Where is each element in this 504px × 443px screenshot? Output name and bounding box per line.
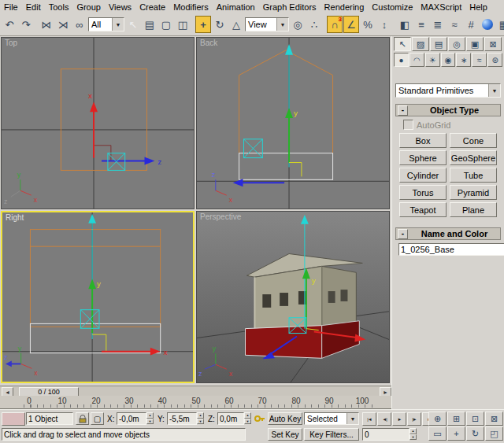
viewport-label[interactable]: Perspective bbox=[200, 212, 241, 221]
set-key-button[interactable]: Set Key bbox=[268, 428, 302, 441]
zoom-icon[interactable]: ⊕ bbox=[428, 412, 447, 426]
category-cameras-icon[interactable]: ◉ bbox=[441, 53, 456, 67]
dropdown-arrow-icon[interactable]: ▼ bbox=[346, 413, 358, 424]
collapse-icon[interactable]: - bbox=[398, 229, 408, 239]
geosphere-button[interactable]: GeoSphere bbox=[450, 150, 497, 165]
track-bar[interactable]: 0 10 20 30 40 50 60 70 80 90 100 bbox=[0, 396, 391, 409]
menu-modifiers[interactable]: Modifiers bbox=[169, 2, 213, 13]
viewport-label[interactable]: Top bbox=[5, 39, 17, 47]
undo-icon[interactable]: ↶ bbox=[2, 16, 17, 33]
dropdown-arrow-icon[interactable]: ▼ bbox=[276, 18, 288, 31]
select-and-scale-icon[interactable]: △ bbox=[228, 16, 244, 33]
viewport-right-canvas[interactable]: y x z y x bbox=[2, 212, 193, 382]
tab-motion[interactable]: ◎ bbox=[448, 37, 465, 51]
next-frame-button[interactable]: |► bbox=[407, 412, 421, 426]
viewport-back[interactable]: y z x Back bbox=[196, 37, 390, 209]
angle-snap-toggle-icon[interactable]: ∠ bbox=[343, 16, 359, 33]
x-coord-input[interactable] bbox=[119, 415, 144, 423]
reference-coordsys-dropdown[interactable]: View ▼ bbox=[245, 17, 289, 31]
tab-utilities[interactable]: ⊠ bbox=[484, 37, 502, 51]
primitive-category-dropdown[interactable]: Standard Primitives ▼ bbox=[395, 83, 501, 98]
menu-group[interactable]: Group bbox=[72, 2, 105, 13]
menu-create[interactable]: Create bbox=[135, 2, 169, 13]
house-wireframe[interactable] bbox=[239, 50, 333, 153]
menu-help[interactable]: Help bbox=[465, 2, 491, 13]
set-key-mode-button[interactable] bbox=[254, 412, 266, 425]
unlink-selection-icon[interactable]: ⋊ bbox=[55, 16, 71, 33]
play-button[interactable]: ► bbox=[392, 412, 406, 426]
select-object-icon[interactable]: ↖ bbox=[125, 16, 141, 33]
pan-icon[interactable]: + bbox=[447, 426, 465, 441]
select-and-link-icon[interactable]: ⋈ bbox=[39, 16, 54, 33]
key-filters-button[interactable]: Key Filters... bbox=[304, 428, 359, 441]
cone-button[interactable]: Cone bbox=[450, 133, 497, 148]
tab-modify[interactable]: ▨ bbox=[412, 37, 429, 51]
object-wireframe[interactable] bbox=[61, 69, 146, 171]
previous-frame-button[interactable]: ◄| bbox=[377, 412, 391, 426]
collapse-icon[interactable]: - bbox=[398, 105, 408, 116]
layer-manager-icon[interactable]: ≣ bbox=[430, 16, 446, 33]
base-wireframe-selected[interactable] bbox=[239, 153, 333, 180]
category-systems-icon[interactable]: ⊛ bbox=[487, 53, 502, 67]
cylinder-button[interactable]: Cylinder bbox=[399, 168, 447, 183]
time-slider-track[interactable]: ◄ 0 / 100 ► bbox=[0, 386, 391, 396]
autogrid-checkbox[interactable] bbox=[403, 120, 413, 130]
viewport-right-active[interactable]: y x z y x bbox=[1, 211, 195, 383]
move-gizmo[interactable]: y bbox=[233, 44, 302, 186]
tab-display[interactable]: ▣ bbox=[466, 37, 484, 51]
zoom-all-icon[interactable]: ⊞ bbox=[447, 412, 465, 426]
mirror-icon[interactable]: ◧ bbox=[397, 16, 413, 33]
viewport-label[interactable]: Back bbox=[200, 39, 217, 47]
current-frame-field[interactable] bbox=[362, 428, 410, 441]
menu-rendering[interactable]: Rendering bbox=[321, 2, 369, 13]
min-max-toggle-icon[interactable]: ◰ bbox=[485, 426, 503, 441]
render-setup-icon[interactable]: ▦ bbox=[496, 16, 504, 33]
house-wireframe[interactable] bbox=[30, 230, 160, 327]
percent-snap-toggle-icon[interactable]: % bbox=[360, 16, 376, 33]
object-type-rollout-header[interactable]: - Object Type bbox=[395, 104, 501, 116]
category-helpers-icon[interactable]: ∗ bbox=[456, 53, 471, 67]
schematic-view-icon[interactable]: # bbox=[463, 16, 479, 33]
select-by-name-icon[interactable]: ▤ bbox=[142, 16, 158, 33]
z-coord-input[interactable] bbox=[220, 415, 242, 423]
mini-curve-editor-button[interactable] bbox=[2, 412, 25, 426]
zoom-extents-icon[interactable]: ⊡ bbox=[466, 412, 484, 426]
pyramid-button[interactable]: Pyramid bbox=[450, 185, 497, 200]
key-filter-scope-dropdown[interactable]: Selected ▼ bbox=[304, 412, 359, 425]
go-to-start-button[interactable]: |◄ bbox=[362, 412, 376, 426]
viewport-perspective[interactable]: y y z x bbox=[196, 211, 390, 383]
menu-animation[interactable]: Animation bbox=[213, 2, 259, 13]
dropdown-arrow-icon[interactable]: ▼ bbox=[488, 84, 500, 97]
x-spinner[interactable]: ▲▼ bbox=[146, 412, 154, 424]
viewport-label[interactable]: Right bbox=[6, 213, 24, 222]
menu-customize[interactable]: Customize bbox=[368, 2, 417, 13]
viewport-perspective-canvas[interactable]: y y z x bbox=[197, 212, 389, 382]
selection-filter-dropdown[interactable]: All ▼ bbox=[88, 17, 124, 31]
bind-to-spacewarp-icon[interactable]: ∞ bbox=[72, 16, 87, 33]
material-editor-icon[interactable] bbox=[480, 16, 495, 33]
viewport-top[interactable]: x z y z x Top bbox=[1, 37, 195, 209]
spinner-snap-toggle-icon[interactable]: ↕ bbox=[376, 16, 392, 33]
curve-editor-icon[interactable]: ≈ bbox=[447, 16, 462, 33]
align-icon[interactable]: ≡ bbox=[413, 16, 429, 33]
menu-graph-editors[interactable]: Graph Editors bbox=[259, 2, 321, 13]
zoom-region-icon[interactable]: ▭ bbox=[428, 426, 447, 441]
menu-views[interactable]: Views bbox=[105, 2, 135, 13]
tab-hierarchy[interactable]: ▤ bbox=[430, 37, 447, 51]
tube-button[interactable]: Tube bbox=[450, 168, 497, 183]
current-frame-input[interactable] bbox=[365, 430, 407, 439]
y-spinner[interactable]: ▲▼ bbox=[197, 412, 204, 424]
viewport-top-canvas[interactable]: x z y z x bbox=[2, 38, 194, 209]
z-spinner[interactable]: ▲▼ bbox=[244, 412, 251, 424]
selection-lock-toggle[interactable] bbox=[76, 412, 89, 425]
z-coord-field[interactable] bbox=[217, 412, 244, 425]
menu-maxscript[interactable]: MAXScript bbox=[417, 2, 465, 13]
use-pivot-point-icon[interactable]: ◎ bbox=[290, 16, 306, 33]
category-lights-icon[interactable]: ☀ bbox=[425, 53, 440, 67]
y-coord-input[interactable] bbox=[169, 415, 195, 423]
select-and-manipulate-icon[interactable]: ∴ bbox=[306, 16, 322, 33]
category-geometry-icon[interactable]: ● bbox=[394, 53, 409, 67]
box-button[interactable]: Box bbox=[399, 133, 447, 148]
move-gizmo[interactable]: y x bbox=[88, 214, 167, 356]
name-and-color-rollout-header[interactable]: - Name and Color bbox=[395, 227, 501, 240]
